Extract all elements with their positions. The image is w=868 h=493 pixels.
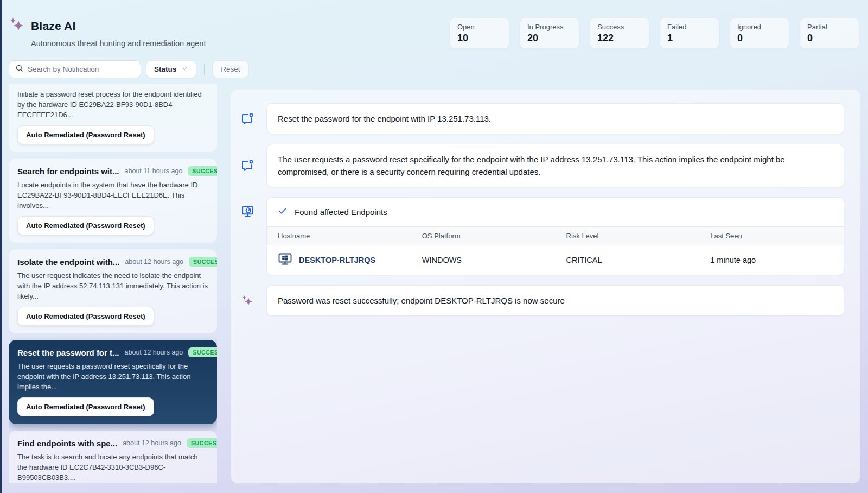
- stat-card-in-progress: In Progress 20: [520, 17, 579, 49]
- notification-timestamp: about 12 hours ago: [125, 258, 183, 266]
- stat-card-ignored: Ignored 0: [730, 17, 789, 49]
- auto-remediated-button[interactable]: Auto Remediated (Password Reset): [17, 397, 154, 416]
- status-badge: SUCCESS: [189, 257, 217, 267]
- stat-label: Ignored: [737, 23, 782, 31]
- status-badge: SUCCESS: [187, 438, 217, 448]
- detail-panel: Reset the password for the endpoint with…: [231, 90, 860, 483]
- notification-body: Locate endpoints in the system that have…: [17, 180, 208, 211]
- notification-title: Reset the password for t...: [17, 348, 119, 357]
- risk-level-value: CRITICAL: [556, 245, 700, 275]
- stat-value: 0: [807, 33, 852, 44]
- sparkles-icon: [240, 294, 254, 307]
- notification-body: The task is to search and locate any end…: [17, 452, 208, 483]
- stat-value: 122: [597, 33, 642, 44]
- status-filter-dropdown[interactable]: Status: [146, 60, 196, 78]
- message-row: The user requests a password reset speci…: [240, 144, 844, 187]
- stat-label: Success: [597, 23, 642, 31]
- reset-filters-button[interactable]: Reset: [212, 60, 248, 78]
- chevron-down-icon: [181, 65, 188, 74]
- notification-card[interactable]: Find endpoints with spe... about 12 hour…: [9, 431, 217, 483]
- endpoints-table: Hostname OS Platform Risk Level Last See…: [267, 226, 844, 275]
- page-subtitle: Autonomous threat hunting and remediatio…: [31, 39, 206, 48]
- notification-title: Find endpoints with spe...: [17, 439, 117, 448]
- notification-timestamp: about 11 hours ago: [125, 167, 183, 175]
- notification-body: Initiate a password reset process for th…: [17, 89, 208, 120]
- message-card: Password was reset successfully; endpoin…: [266, 285, 844, 316]
- message-text: The user requests a password reset speci…: [267, 144, 844, 187]
- message-row: Reset the password for the endpoint with…: [240, 103, 844, 134]
- message-square-dot-icon: [240, 159, 254, 172]
- stat-card-failed: Failed 1: [660, 17, 719, 49]
- column-header-hostname: Hostname: [267, 227, 411, 245]
- stat-value: 10: [457, 33, 502, 44]
- notification-body: The user requests a password reset speci…: [17, 361, 208, 392]
- notification-card-selected[interactable]: Reset the password for t... about 12 hou…: [9, 340, 217, 424]
- stat-card-success: Success 122: [590, 17, 649, 49]
- auto-remediated-button[interactable]: Auto Remediated (Password Reset): [17, 125, 154, 144]
- search-input[interactable]: [28, 65, 135, 73]
- stat-value: 0: [737, 33, 782, 44]
- status-badge: SUCCESS: [188, 166, 217, 176]
- auto-remediated-button[interactable]: Auto Remediated (Password Reset): [17, 307, 154, 326]
- message-card: Reset the password for the endpoint with…: [266, 103, 844, 134]
- final-message-text: Password was reset successfully; endpoin…: [267, 286, 844, 315]
- notification-card[interactable]: Initiate a password reset process for th…: [9, 84, 217, 152]
- search-box[interactable]: [9, 60, 141, 78]
- notification-title: Search for endpoints wit...: [17, 167, 119, 176]
- table-row: DESKTOP-RLTJRQS WINDOWS CRITICAL 1 minut…: [267, 245, 844, 275]
- column-header-os-platform: OS Platform: [411, 227, 556, 245]
- column-header-last-seen: Last Seen: [699, 227, 844, 245]
- stat-label: Partial: [807, 23, 852, 31]
- stat-label: Failed: [667, 23, 712, 31]
- message-card: The user requests a password reset speci…: [266, 144, 844, 187]
- notification-timestamp: about 12 hours ago: [123, 439, 181, 447]
- endpoints-result-card: Found affected Endpoints Hostname OS Pla…: [266, 197, 844, 275]
- os-platform-value: WINDOWS: [411, 245, 556, 275]
- search-icon: [15, 64, 23, 74]
- monitor-scan-icon: [240, 205, 254, 275]
- notification-timestamp: about 12 hours ago: [125, 349, 183, 356]
- check-icon: [278, 206, 287, 218]
- stat-value: 20: [527, 33, 572, 44]
- notification-card[interactable]: Isolate the endpoint with... about 12 ho…: [9, 249, 217, 333]
- stat-card-open: Open 10: [450, 17, 509, 49]
- notification-list: Initiate a password reset process for th…: [9, 84, 217, 483]
- endpoints-result-row: Found affected Endpoints Hostname OS Pla…: [240, 197, 844, 275]
- stat-card-partial: Partial 0: [800, 17, 859, 49]
- notification-card[interactable]: Search for endpoints wit... about 11 hou…: [9, 159, 217, 243]
- page-title: Blaze AI: [31, 20, 76, 33]
- message-text: Reset the password for the endpoint with…: [267, 104, 844, 134]
- brand: Blaze AI Autonomous threat hunting and r…: [9, 16, 206, 48]
- column-header-risk-level: Risk Level: [556, 227, 700, 245]
- top-bar: Blaze AI Autonomous threat hunting and r…: [0, 0, 868, 49]
- divider: [204, 64, 205, 75]
- endpoints-result-title: Found affected Endpoints: [295, 207, 387, 217]
- status-filter-label: Status: [154, 65, 176, 73]
- stat-value: 1: [667, 33, 712, 44]
- final-message-row: Password was reset successfully; endpoin…: [240, 285, 844, 316]
- stat-label: In Progress: [527, 23, 572, 31]
- message-square-dot-icon: [240, 112, 254, 125]
- stat-label: Open: [457, 23, 502, 31]
- last-seen-value: 1 minute ago: [699, 245, 844, 275]
- filter-row: Status Reset: [0, 49, 868, 78]
- hostname-link[interactable]: DESKTOP-RLTJRQS: [299, 256, 375, 264]
- status-badge: SUCCESS: [188, 347, 217, 357]
- windows-monitor-icon: [278, 252, 292, 268]
- auto-remediated-button[interactable]: Auto Remediated (Password Reset): [17, 216, 154, 235]
- notification-body: The user request indicates the need to i…: [17, 270, 208, 301]
- notification-title: Isolate the endpoint with...: [17, 257, 119, 267]
- table-header-row: Hostname OS Platform Risk Level Last See…: [267, 227, 844, 245]
- stats-row: Open 10 In Progress 20 Success 122 Faile…: [450, 17, 859, 49]
- sparkles-icon: [9, 16, 25, 35]
